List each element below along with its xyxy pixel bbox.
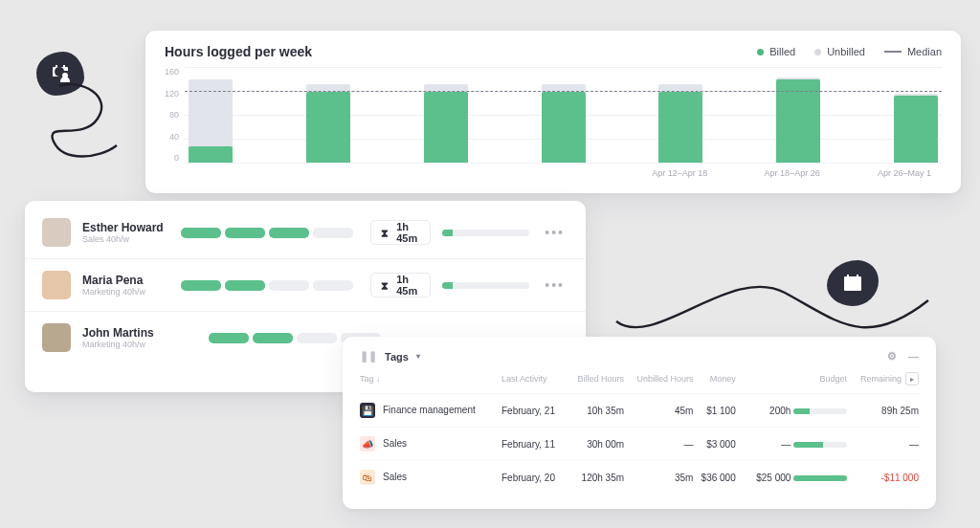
last-activity: February, 11 xyxy=(501,428,568,461)
expand-icon[interactable]: ▸ xyxy=(905,372,919,385)
billed-swatch-icon xyxy=(757,49,764,55)
billed-hours: 120h 35m xyxy=(568,461,624,495)
tag-icon: ❚❚ xyxy=(360,350,377,363)
billed-hours: 10h 35m xyxy=(568,394,624,428)
unbilled-hours: 45m xyxy=(624,394,693,428)
budget-bar xyxy=(793,475,847,481)
bags-icon: 🛍 xyxy=(360,470,375,485)
person-row[interactable]: Maria PenaMarketing 40h/w⧗1h 45m••• xyxy=(25,259,586,312)
unbilled-hours: 35m xyxy=(624,461,693,495)
person-role: Marketing 40h/w xyxy=(82,287,169,297)
col-money[interactable]: Money xyxy=(693,372,735,394)
budget-bar xyxy=(793,442,847,448)
bar-column[interactable] xyxy=(306,67,350,163)
chart-plot xyxy=(185,67,942,163)
person-role: Sales 40h/w xyxy=(82,234,169,244)
billed-hours: 30h 00m xyxy=(568,428,624,461)
last-activity: February, 20 xyxy=(501,461,568,495)
timer-chip[interactable]: ⧗1h 45m xyxy=(370,220,431,245)
more-icon[interactable]: ••• xyxy=(541,274,568,297)
remaining: — xyxy=(847,428,919,461)
tags-header-label[interactable]: Tags xyxy=(385,351,409,363)
table-row[interactable]: 🛍SalesFebruary, 20120h 35m35m$36 000$25 … xyxy=(360,461,919,495)
avatar xyxy=(42,323,71,352)
money: $1 100 xyxy=(693,394,735,428)
timer-icon: ⧗ xyxy=(381,227,389,239)
timer-value: 1h 45m xyxy=(396,274,420,297)
tag-name: Sales xyxy=(383,438,407,449)
chart-y-axis: 16012080400 xyxy=(165,67,185,163)
budget: — xyxy=(736,428,847,461)
person-row[interactable]: Esther HowardSales 40h/w⧗1h 45m••• xyxy=(25,207,586,259)
progress-bar xyxy=(442,282,529,289)
col-remaining[interactable]: Remaining▸ xyxy=(847,372,919,394)
megaphone-icon: 📣 xyxy=(360,436,375,451)
table-row[interactable]: 📣SalesFebruary, 1130h 00m—$3 000— — xyxy=(360,428,919,461)
person-name: Maria Pena xyxy=(82,274,169,287)
remaining: -$11 000 xyxy=(847,461,919,495)
more-icon[interactable]: ••• xyxy=(541,221,568,244)
squiggle-decor xyxy=(614,268,930,339)
person-name: John Martins xyxy=(82,326,197,340)
bar-column[interactable] xyxy=(894,67,938,163)
week-segments xyxy=(181,228,359,238)
col-unbilled[interactable]: Unbilled Hours xyxy=(624,372,693,394)
money: $36 000 xyxy=(693,461,735,495)
week-segments xyxy=(181,280,359,291)
avatar xyxy=(42,271,71,299)
table-row[interactable]: 💾Finance managementFebruary, 2110h 35m45… xyxy=(360,394,919,428)
squiggle-decor xyxy=(40,82,124,168)
floppy-icon: 💾 xyxy=(360,403,375,418)
budget: 200h xyxy=(736,394,847,428)
last-activity: February, 21 xyxy=(501,394,568,428)
gear-icon[interactable]: ⚙ xyxy=(887,350,897,363)
minimize-icon[interactable]: — xyxy=(908,351,919,363)
median-swatch-icon xyxy=(884,51,902,53)
avatar xyxy=(42,218,71,247)
progress-bar xyxy=(442,230,529,236)
tags-card: ❚❚ Tags ▾ ⚙ — Tag ↓ Last Activity Billed… xyxy=(343,337,936,509)
tags-table: Tag ↓ Last Activity Billed Hours Unbille… xyxy=(360,372,919,494)
chart-title: Hours logged per week xyxy=(165,44,312,59)
bar-column[interactable] xyxy=(189,67,233,163)
unbilled-swatch-icon xyxy=(814,49,821,55)
remaining: 89h 25m xyxy=(847,394,919,428)
bar-column[interactable] xyxy=(776,67,820,163)
tag-name: Sales xyxy=(383,472,407,482)
chart-legend: Billed Unbilled Median xyxy=(757,46,942,57)
col-budget[interactable]: Budget xyxy=(736,372,847,394)
timer-icon: ⧗ xyxy=(381,279,389,292)
tag-name: Finance management xyxy=(383,405,476,415)
timer-value: 1h 45m xyxy=(396,221,420,244)
bar-column[interactable] xyxy=(424,67,468,163)
unbilled-hours: — xyxy=(624,428,693,461)
col-tag[interactable]: Tag ↓ xyxy=(360,372,501,394)
budget-bar xyxy=(793,408,847,414)
col-last-activity[interactable]: Last Activity xyxy=(501,372,568,394)
median-line xyxy=(185,91,942,92)
chevron-down-icon[interactable]: ▾ xyxy=(416,352,420,361)
person-name: Esther Howard xyxy=(82,221,169,234)
chart-x-axis: Apr 12–Apr 18Apr 18–Apr 26Apr 26–May 1 xyxy=(165,163,942,178)
hours-chart-card: Hours logged per week Billed Unbilled Me… xyxy=(145,31,961,193)
timer-chip[interactable]: ⧗1h 45m xyxy=(370,273,431,297)
sort-down-icon: ↓ xyxy=(376,374,381,384)
bar-column[interactable] xyxy=(542,67,586,163)
bar-column[interactable] xyxy=(658,67,702,163)
col-billed[interactable]: Billed Hours xyxy=(568,372,624,394)
money: $3 000 xyxy=(693,428,735,461)
budget: $25 000 xyxy=(736,461,847,495)
person-role: Marketing 40h/w xyxy=(82,340,197,349)
